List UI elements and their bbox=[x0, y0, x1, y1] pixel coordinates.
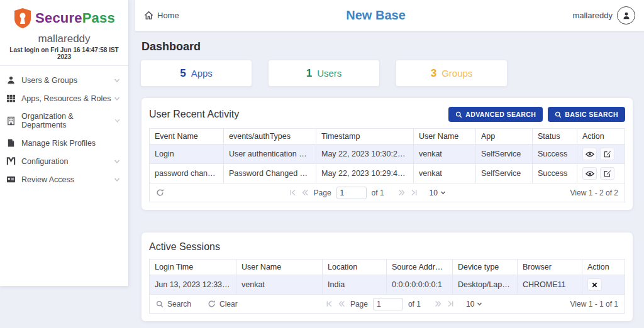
chevron-down-icon bbox=[113, 176, 121, 183]
basic-search-button[interactable]: BASIC SEARCH bbox=[548, 107, 625, 122]
page-first-button[interactable] bbox=[325, 300, 333, 307]
sidebar-item-label: Configuration bbox=[21, 157, 113, 166]
column-header[interactable]: Action bbox=[582, 260, 625, 275]
recent-activity-pagination: Page of 1 10 View 1 - 2 of 2 bbox=[149, 183, 625, 202]
sidebar-item-users-groups[interactable]: Users & Groups bbox=[0, 71, 128, 89]
caret-down-icon bbox=[440, 190, 446, 195]
session-clear-button[interactable]: Clear bbox=[208, 300, 238, 309]
column-header[interactable]: Status bbox=[533, 129, 577, 145]
table-row: password changed Password Changed Succ..… bbox=[150, 164, 625, 183]
shield-logo-icon bbox=[13, 8, 32, 29]
table-row: Jun 13, 2023 12:33:03 PM venkat India 0:… bbox=[150, 275, 625, 295]
column-header[interactable]: App bbox=[476, 129, 533, 145]
column-header[interactable]: Location bbox=[323, 260, 387, 275]
user-avatar-icon bbox=[622, 11, 631, 20]
column-header[interactable]: Source Address bbox=[387, 260, 453, 275]
sidebar-item-label: Manage Risk Profiles bbox=[21, 139, 121, 148]
groups-count: 3 bbox=[431, 67, 436, 80]
column-header[interactable]: events/authTypes bbox=[224, 129, 316, 145]
cell-auth-type: Password Changed Succ... bbox=[224, 164, 316, 183]
view-button[interactable] bbox=[582, 148, 597, 160]
chevron-down-icon bbox=[114, 117, 121, 124]
cell-browser: CHROME11 bbox=[518, 275, 582, 295]
sidebar-item-manage-risk-profiles[interactable]: Manage Risk Profiles bbox=[0, 134, 128, 152]
page-size-select[interactable]: 10 bbox=[430, 189, 446, 197]
page-next-button[interactable] bbox=[398, 189, 406, 196]
users-stat-card[interactable]: 1 Users bbox=[268, 60, 380, 87]
column-header[interactable]: Browser bbox=[518, 260, 582, 275]
sidebar-nav: Users & Groups Apps, Resources & Roles O… bbox=[0, 66, 128, 194]
groups-stat-card[interactable]: 3 Groups bbox=[396, 60, 508, 87]
page-of-label: of 1 bbox=[408, 300, 421, 309]
users-label: Users bbox=[317, 68, 341, 79]
cell-app: SelfService bbox=[476, 164, 533, 183]
page-title: New Base bbox=[179, 8, 573, 23]
page-last-icon bbox=[411, 189, 418, 196]
column-header[interactable]: User Name bbox=[414, 129, 476, 145]
active-sessions-panel: Active Sessions Login Time User Name Loc… bbox=[142, 232, 633, 321]
close-icon bbox=[592, 282, 597, 288]
terminate-session-button[interactable] bbox=[587, 278, 602, 291]
cell-user-name: venkat bbox=[236, 275, 323, 295]
id-card-icon bbox=[6, 175, 16, 184]
page-prev-icon bbox=[301, 189, 309, 196]
advanced-search-button[interactable]: ADVANCED SEARCH bbox=[448, 107, 543, 122]
clear-icon bbox=[208, 300, 216, 308]
page-prev-button[interactable] bbox=[338, 300, 345, 307]
configuration-icon bbox=[6, 156, 16, 166]
search-icon bbox=[156, 300, 164, 308]
edit-button[interactable] bbox=[600, 167, 614, 180]
view-button[interactable] bbox=[582, 167, 597, 180]
apps-count: 5 bbox=[180, 67, 186, 80]
column-header[interactable]: Timestamp bbox=[316, 129, 414, 145]
home-link[interactable]: Home bbox=[144, 11, 179, 20]
cell-user-name: venkat bbox=[414, 164, 476, 183]
page-last-icon bbox=[447, 300, 455, 307]
avatar[interactable] bbox=[617, 6, 635, 25]
page-next-button[interactable] bbox=[435, 300, 442, 307]
page-first-button[interactable] bbox=[289, 189, 296, 196]
page-prev-button[interactable] bbox=[301, 189, 309, 196]
apps-stat-card[interactable]: 5 Apps bbox=[140, 60, 252, 87]
apps-label: Apps bbox=[191, 68, 213, 79]
edit-button[interactable] bbox=[600, 148, 614, 160]
user-recent-activity-panel: User Recent Activity ADVANCED SEARCH BAS… bbox=[142, 98, 633, 210]
column-header[interactable]: User Name bbox=[236, 260, 323, 275]
session-search-button[interactable]: Search bbox=[156, 300, 191, 309]
cell-source-address: 0:0:0:0:0:0:0:1 bbox=[387, 275, 453, 295]
users-count: 1 bbox=[306, 67, 312, 80]
table-header-row: Event Name events/authTypes Timestamp Us… bbox=[150, 129, 625, 145]
sidebar-item-configuration[interactable]: Configuration bbox=[0, 152, 128, 170]
column-header[interactable]: Action bbox=[577, 129, 625, 145]
chevron-down-icon bbox=[113, 77, 121, 84]
refresh-button[interactable] bbox=[156, 189, 164, 197]
page-last-button[interactable] bbox=[411, 189, 418, 196]
cell-auth-type: User authentication by P... bbox=[224, 145, 316, 164]
page-number-input[interactable] bbox=[336, 187, 367, 199]
sidebar-item-label: Review Access bbox=[21, 175, 113, 184]
page-last-button[interactable] bbox=[447, 300, 455, 307]
dashboard-heading: Dashboard bbox=[142, 40, 644, 53]
sidebar-item-apps-resources-roles[interactable]: Apps, Resources & Roles bbox=[0, 89, 128, 107]
cell-actions bbox=[577, 164, 625, 183]
home-icon bbox=[144, 11, 153, 20]
column-header[interactable]: Login Time bbox=[150, 260, 236, 275]
cell-event-name: password changed bbox=[150, 164, 224, 183]
cell-app: SelfService bbox=[476, 145, 533, 164]
sidebar-item-label: Organization & Departments bbox=[21, 112, 114, 129]
cell-timestamp: May 22, 2023 10:29:47 AM bbox=[316, 164, 414, 183]
page-number-input[interactable] bbox=[373, 298, 403, 310]
sidebar-item-review-access[interactable]: Review Access bbox=[0, 170, 128, 189]
page-of-label: of 1 bbox=[372, 189, 384, 197]
sidebar-item-organization-departments[interactable]: Organization & Departments bbox=[0, 107, 128, 134]
stat-cards: 5 Apps 1 Users 3 Groups bbox=[140, 60, 644, 87]
page-size-select[interactable]: 10 bbox=[466, 300, 482, 309]
column-header[interactable]: Event Name bbox=[150, 129, 224, 145]
main-content: Home New Base mallareddy Dashboard 5 App… bbox=[135, 0, 644, 328]
search-icon bbox=[455, 111, 462, 118]
view-count-label: View 1 - 2 of 2 bbox=[570, 189, 619, 197]
column-header[interactable]: Device type bbox=[453, 260, 518, 275]
file-icon bbox=[6, 138, 16, 148]
building-icon bbox=[6, 116, 16, 126]
cell-login-time: Jun 13, 2023 12:33:03 PM bbox=[150, 275, 236, 295]
